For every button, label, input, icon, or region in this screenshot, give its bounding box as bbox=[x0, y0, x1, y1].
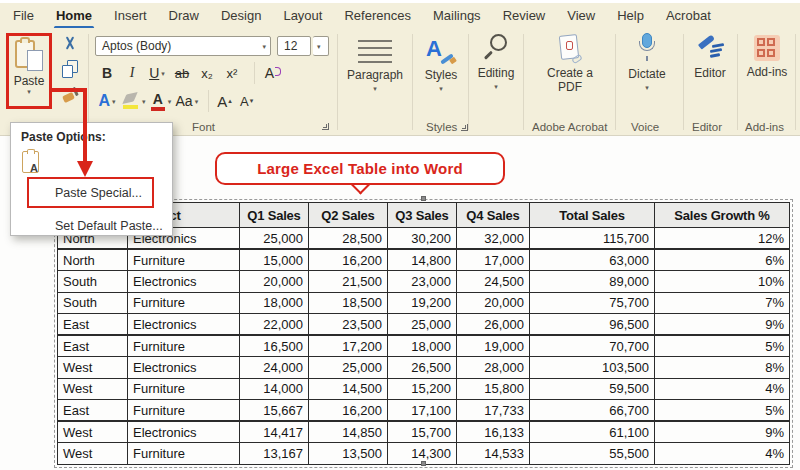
paragraph-group-button[interactable]: Paragraph ▾ bbox=[340, 28, 410, 92]
table-cell[interactable]: 5% bbox=[655, 400, 790, 422]
table-cell[interactable]: Furniture bbox=[128, 249, 240, 271]
table-cell[interactable]: 18,500 bbox=[309, 292, 388, 314]
font-size-combo[interactable]: 12 bbox=[277, 36, 311, 56]
table-cell[interactable]: 19,000 bbox=[457, 335, 530, 357]
tab-file[interactable]: File bbox=[12, 6, 35, 25]
table-cell[interactable]: East bbox=[58, 335, 128, 357]
table-cell[interactable]: Furniture bbox=[128, 335, 240, 357]
dictate-button[interactable]: Dictate ▾ bbox=[623, 28, 671, 91]
table-cell[interactable]: 13,500 bbox=[309, 443, 388, 465]
subscript-button[interactable]: x₂ bbox=[196, 62, 218, 84]
table-cell[interactable]: Furniture bbox=[128, 378, 240, 400]
table-cell[interactable]: 103,500 bbox=[530, 357, 655, 379]
table-cell[interactable]: 5% bbox=[655, 335, 790, 357]
cut-button[interactable] bbox=[63, 36, 77, 51]
addins-button[interactable]: Add-ins bbox=[741, 28, 793, 79]
styles-dialog-launcher-icon[interactable] bbox=[461, 124, 468, 131]
table-cell[interactable]: 13,167 bbox=[240, 443, 309, 465]
table-cell[interactable]: 28,000 bbox=[457, 357, 530, 379]
table-cell[interactable]: 10% bbox=[655, 271, 790, 293]
table-cell[interactable]: West bbox=[58, 357, 128, 379]
table-cell[interactable]: 15,667 bbox=[240, 400, 309, 422]
table-cell[interactable]: 26,000 bbox=[457, 314, 530, 336]
change-case-button[interactable]: Aa▾ bbox=[176, 90, 199, 112]
font-color-button[interactable]: A▾ bbox=[150, 90, 172, 112]
table-cell[interactable]: Furniture bbox=[128, 292, 240, 314]
table-cell[interactable]: 14,800 bbox=[388, 249, 457, 271]
table-cell[interactable]: 6% bbox=[655, 249, 790, 271]
tab-mailings[interactable]: Mailings bbox=[432, 6, 482, 25]
table-cell[interactable]: 61,100 bbox=[530, 421, 655, 443]
table-cell[interactable]: West bbox=[58, 443, 128, 465]
table-cell[interactable]: 25,000 bbox=[240, 228, 309, 250]
table-cell[interactable]: 55,500 bbox=[530, 443, 655, 465]
table-cell[interactable]: 15,000 bbox=[240, 249, 309, 271]
table-cell[interactable]: 115,700 bbox=[530, 228, 655, 250]
table-cell[interactable]: Furniture bbox=[128, 443, 240, 465]
table-selection-handle-bottom[interactable] bbox=[421, 461, 426, 466]
table-cell[interactable]: 16,200 bbox=[309, 400, 388, 422]
table-cell[interactable]: 12% bbox=[655, 228, 790, 250]
table-cell[interactable]: 14,533 bbox=[457, 443, 530, 465]
table-cell[interactable]: 59,500 bbox=[530, 378, 655, 400]
keep-text-only-icon[interactable] bbox=[22, 151, 39, 173]
table-cell[interactable]: 63,000 bbox=[530, 249, 655, 271]
phonetic-guide-button[interactable]: A bbox=[254, 62, 276, 84]
table-cell[interactable]: Furniture bbox=[128, 400, 240, 422]
table-cell[interactable]: 18,000 bbox=[388, 335, 457, 357]
menu-item-set-default-paste[interactable]: Set Default Paste... bbox=[55, 219, 163, 233]
table-cell[interactable]: 23,500 bbox=[309, 314, 388, 336]
font-name-combo[interactable]: Aptos (Body) ▾ bbox=[95, 36, 271, 56]
table-cell[interactable]: 24,500 bbox=[457, 271, 530, 293]
table-cell[interactable]: 15,800 bbox=[457, 378, 530, 400]
table-cell[interactable]: 14,500 bbox=[309, 378, 388, 400]
tab-references[interactable]: References bbox=[343, 6, 411, 25]
table-cell[interactable]: 96,500 bbox=[530, 314, 655, 336]
tab-view[interactable]: View bbox=[566, 6, 596, 25]
table-cell[interactable]: 7% bbox=[655, 292, 790, 314]
table-cell[interactable]: East bbox=[58, 314, 128, 336]
table-cell[interactable]: West bbox=[58, 421, 128, 443]
shrink-font-button[interactable]: A▾ bbox=[236, 90, 258, 112]
table-cell[interactable]: 16,200 bbox=[309, 249, 388, 271]
table-cell[interactable]: 14,000 bbox=[240, 378, 309, 400]
table-cell[interactable]: 20,000 bbox=[457, 292, 530, 314]
table-cell[interactable]: 32,000 bbox=[457, 228, 530, 250]
table-cell[interactable]: 8% bbox=[655, 357, 790, 379]
table-cell[interactable]: 25,000 bbox=[388, 314, 457, 336]
table-cell[interactable]: 75,700 bbox=[530, 292, 655, 314]
tab-home[interactable]: Home bbox=[55, 6, 93, 25]
table-cell[interactable]: 30,200 bbox=[388, 228, 457, 250]
underline-button[interactable]: U▾ bbox=[146, 62, 168, 84]
table-cell[interactable]: 14,417 bbox=[240, 421, 309, 443]
tab-draw[interactable]: Draw bbox=[168, 6, 200, 25]
table-cell[interactable]: 4% bbox=[655, 443, 790, 465]
table-selection-handle-top[interactable] bbox=[421, 196, 426, 201]
tab-insert[interactable]: Insert bbox=[113, 6, 148, 25]
sales-table[interactable]: ProductQ1 SalesQ2 SalesQ3 SalesQ4 SalesT… bbox=[57, 202, 790, 465]
highlight-button[interactable]: ▾ bbox=[122, 90, 146, 112]
table-cell[interactable]: 19,200 bbox=[388, 292, 457, 314]
table-cell[interactable]: South bbox=[58, 271, 128, 293]
table-cell[interactable]: 66,700 bbox=[530, 400, 655, 422]
font-dialog-launcher-icon[interactable] bbox=[322, 123, 329, 130]
editing-group-button[interactable]: Editing ▾ bbox=[470, 28, 522, 90]
tab-review[interactable]: Review bbox=[502, 6, 547, 25]
table-cell[interactable]: 17,200 bbox=[309, 335, 388, 357]
table-cell[interactable]: 89,000 bbox=[530, 271, 655, 293]
table-cell[interactable]: 18,000 bbox=[240, 292, 309, 314]
table-cell[interactable]: 23,000 bbox=[388, 271, 457, 293]
tab-acrobat[interactable]: Acrobat bbox=[665, 6, 712, 25]
table-cell[interactable]: 70,700 bbox=[530, 335, 655, 357]
font-size-dropdown[interactable]: ▾ bbox=[313, 36, 329, 56]
table-cell[interactable]: West bbox=[58, 378, 128, 400]
table-cell[interactable]: 4% bbox=[655, 378, 790, 400]
table-cell[interactable]: 14,850 bbox=[309, 421, 388, 443]
table-cell[interactable]: 26,500 bbox=[388, 357, 457, 379]
editor-button[interactable]: Editor bbox=[688, 28, 732, 80]
table-cell[interactable]: 25,000 bbox=[309, 357, 388, 379]
table-cell[interactable]: 15,200 bbox=[388, 378, 457, 400]
superscript-button[interactable]: x² bbox=[221, 62, 243, 84]
table-cell[interactable]: 17,100 bbox=[388, 400, 457, 422]
table-cell[interactable]: 22,000 bbox=[240, 314, 309, 336]
